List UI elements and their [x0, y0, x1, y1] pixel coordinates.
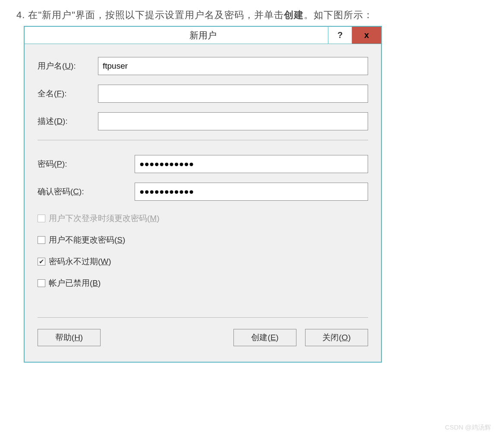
fullname-label: 全名(F): [38, 88, 98, 99]
confirm-password-row: 确认密码(C): [38, 183, 368, 201]
help-button[interactable]: 帮助(H) [38, 329, 101, 346]
username-input[interactable] [98, 57, 368, 75]
account-disabled-checkbox-row[interactable]: 帐户已禁用(B) [38, 278, 368, 289]
cannot-change-password-label: 用户不能更改密码(S) [49, 234, 125, 246]
password-section: 密码(P): 确认密码(C): [38, 155, 368, 201]
cannot-change-password-checkbox-row[interactable]: 用户不能更改密码(S) [38, 234, 368, 246]
titlebar-close-button[interactable]: x [352, 27, 381, 44]
divider-2 [38, 317, 368, 318]
description-row: 描述(D): [38, 112, 368, 130]
fullname-row: 全名(F): [38, 85, 368, 103]
confirm-password-label: 确认密码(C): [38, 186, 135, 197]
password-row: 密码(P): [38, 155, 368, 173]
cannot-change-password-checkbox[interactable] [38, 236, 45, 244]
account-disabled-label: 帐户已禁用(B) [49, 278, 101, 289]
must-change-password-checkbox [38, 215, 45, 222]
password-never-expires-checkbox[interactable]: ✔ [38, 258, 45, 265]
titlebar-help-button[interactable]: ? [328, 27, 352, 44]
new-user-dialog: 新用户 ? x 用户名(U): 全名(F): 描述(D): [24, 26, 382, 363]
username-label: 用户名(U): [38, 60, 98, 72]
checkbox-section: 用户下次登录时须更改密码(M) 用户不能更改密码(S) ✔ 密码永不过期(W) … [38, 213, 368, 289]
must-change-password-checkbox-row: 用户下次登录时须更改密码(M) [38, 213, 368, 224]
password-never-expires-label: 密码永不过期(W) [49, 256, 111, 267]
close-button[interactable]: 关闭(O) [305, 329, 368, 346]
titlebar-buttons: ? x [328, 27, 381, 44]
titlebar: 新用户 ? x [25, 27, 381, 44]
button-row: 帮助(H) 创建(E) 关闭(O) [38, 329, 368, 346]
description-input[interactable] [98, 112, 368, 130]
password-input[interactable] [135, 155, 368, 173]
account-disabled-checkbox[interactable] [38, 279, 45, 287]
username-row: 用户名(U): [38, 57, 368, 75]
fullname-input[interactable] [98, 85, 368, 103]
description-label: 描述(D): [38, 116, 98, 127]
create-button[interactable]: 创建(E) [233, 329, 296, 346]
must-change-password-label: 用户下次登录时须更改密码(M) [49, 213, 159, 224]
divider-1 [38, 140, 368, 140]
watermark: CSDN @鸡汤辉 [445, 423, 491, 432]
instruction-text: 4. 在"新用户"界面，按照以下提示设置用户名及密码，并单击创建。如下图所示： [16, 9, 373, 22]
dialog-body: 用户名(U): 全名(F): 描述(D): 密码(P): [25, 44, 381, 362]
confirm-password-input[interactable] [135, 183, 368, 201]
password-label: 密码(P): [38, 158, 135, 170]
password-never-expires-checkbox-row[interactable]: ✔ 密码永不过期(W) [38, 256, 368, 267]
